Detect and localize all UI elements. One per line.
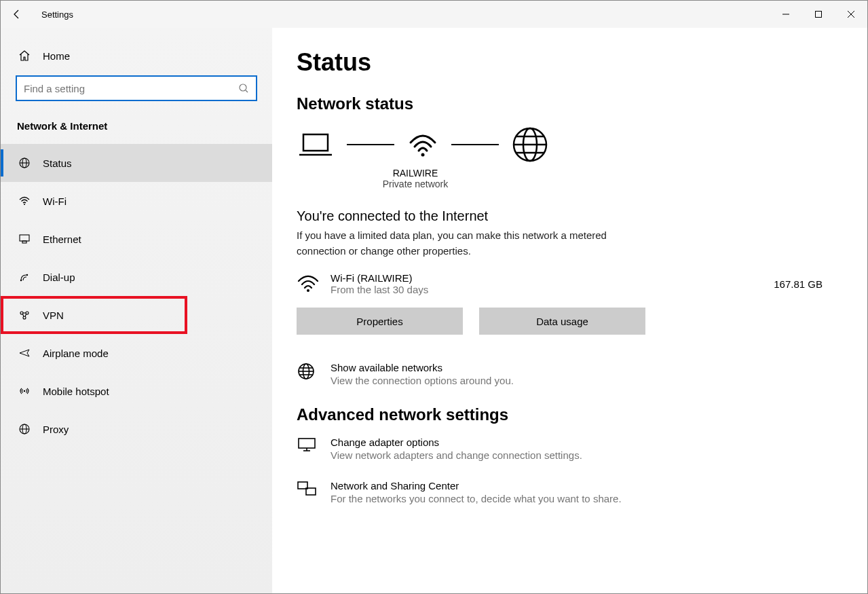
section-advanced: Advanced network settings	[297, 405, 843, 424]
airplane-icon	[17, 347, 32, 359]
svg-rect-11	[22, 241, 26, 243]
svg-rect-24	[303, 134, 328, 151]
link-title: Change adapter options	[331, 437, 582, 448]
svg-point-20	[24, 390, 26, 392]
sharing-icon	[297, 480, 324, 498]
sidebar-item-label: Airplane mode	[43, 348, 109, 359]
sidebar-item-label: Mobile hotspot	[43, 386, 109, 397]
sidebar-item-label: Wi-Fi	[43, 196, 67, 207]
svg-point-4	[240, 84, 246, 91]
network-diagram	[297, 126, 843, 164]
minimize-button[interactable]	[770, 1, 802, 28]
sidebar-item-airplane[interactable]: Airplane mode	[1, 334, 272, 372]
diagram-ssid: RAILWIRE	[297, 168, 534, 179]
svg-point-31	[307, 289, 309, 292]
proxy-icon	[17, 423, 32, 435]
adapter-icon	[297, 437, 324, 454]
connection-name: Wi-Fi (RAILWIRE)	[331, 272, 428, 284]
svg-rect-10	[20, 235, 29, 241]
svg-line-18	[25, 314, 26, 317]
connected-description: If you have a limited data plan, you can…	[297, 228, 649, 259]
diagram-line	[451, 144, 499, 145]
home-icon	[17, 50, 32, 62]
sidebar-item-dialup[interactable]: Dial-up	[1, 258, 272, 296]
ethernet-icon	[17, 233, 32, 245]
connection-period: From the last 30 days	[331, 284, 428, 295]
svg-point-9	[24, 204, 25, 205]
section-network-status: Network status	[297, 94, 843, 113]
network-sharing-link[interactable]: Network and Sharing Center For the netwo…	[297, 480, 843, 504]
link-subtitle: View network adapters and change connect…	[331, 449, 582, 461]
home-label: Home	[43, 50, 70, 62]
window-title: Settings	[33, 10, 73, 20]
svg-point-15	[26, 312, 29, 314]
search-input[interactable]	[16, 75, 257, 101]
sidebar-section-label: Network & Internet	[1, 115, 272, 144]
dialup-icon	[17, 271, 32, 283]
change-adapter-link[interactable]: Change adapter options View network adap…	[297, 437, 843, 461]
home-button[interactable]: Home	[1, 36, 272, 75]
search-field[interactable]	[24, 83, 238, 94]
svg-point-14	[20, 312, 23, 314]
svg-line-5	[246, 90, 248, 92]
link-subtitle: View the connection options around you.	[331, 375, 514, 386]
data-usage-button[interactable]: Data usage	[479, 308, 645, 335]
link-title: Network and Sharing Center	[331, 480, 622, 491]
diagram-network-type: Private network	[297, 179, 534, 189]
sidebar-item-vpn[interactable]: VPN	[1, 296, 187, 334]
sidebar-item-hotspot[interactable]: Mobile hotspot	[1, 372, 272, 410]
sidebar-item-status[interactable]: Status	[1, 144, 272, 182]
wifi-icon	[17, 195, 32, 207]
search-icon	[238, 83, 249, 94]
sidebar-item-ethernet[interactable]: Ethernet	[1, 220, 272, 258]
hotspot-icon	[17, 385, 32, 397]
globe-icon	[17, 157, 32, 169]
wifi-icon	[297, 274, 324, 294]
sidebar-item-label: Proxy	[43, 424, 69, 435]
wifi-signal-icon	[407, 130, 439, 159]
show-networks-link[interactable]: Show available networks View the connect…	[297, 362, 843, 386]
svg-point-12	[20, 280, 22, 281]
svg-point-13	[26, 274, 28, 276]
main-content: Status Network status RAILWIRE Private n…	[272, 28, 867, 593]
page-title: Status	[297, 48, 843, 77]
sidebar-item-label: Status	[43, 157, 72, 169]
properties-button[interactable]: Properties	[297, 308, 463, 335]
globe-icon	[297, 362, 324, 381]
sidebar-item-wifi[interactable]: Wi-Fi	[1, 182, 272, 220]
svg-rect-1	[816, 12, 822, 18]
link-title: Show available networks	[331, 362, 514, 373]
sidebar-item-proxy[interactable]: Proxy	[1, 410, 272, 448]
data-usage-value: 167.81 GB	[774, 278, 823, 290]
sidebar-item-label: Ethernet	[43, 234, 81, 245]
vpn-icon	[17, 309, 32, 321]
connected-heading: You're connected to the Internet	[297, 208, 843, 224]
connection-row: Wi-Fi (RAILWIRE) From the last 30 days 1…	[297, 272, 843, 295]
laptop-icon	[297, 130, 335, 159]
svg-point-25	[421, 153, 425, 157]
link-subtitle: For the networks you connect to, decide …	[331, 493, 622, 504]
titlebar: Settings	[1, 1, 867, 28]
svg-rect-37	[299, 439, 315, 448]
sidebar: Home Network & Internet Status Wi-Fi Eth…	[1, 28, 272, 593]
globe-large-icon	[511, 126, 549, 164]
maximize-button[interactable]	[802, 1, 835, 28]
diagram-line	[347, 144, 394, 145]
sidebar-item-label: VPN	[43, 310, 64, 321]
svg-line-17	[23, 314, 24, 317]
close-button[interactable]	[835, 1, 867, 28]
back-button[interactable]	[1, 1, 33, 28]
sidebar-item-label: Dial-up	[43, 272, 75, 283]
